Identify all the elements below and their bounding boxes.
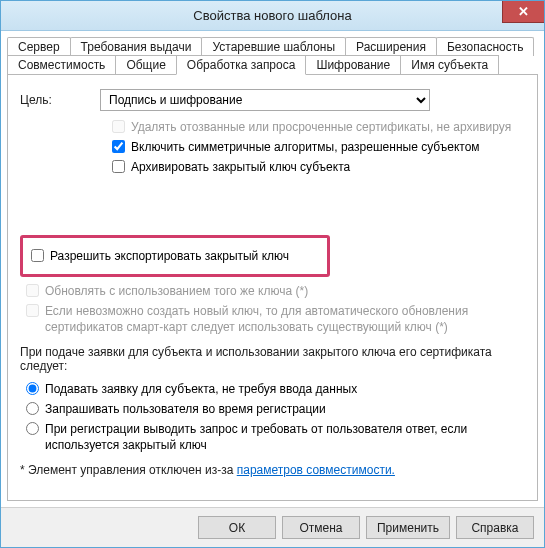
check-include-sym-label: Включить симметричные алгоритмы, разреше… (131, 139, 480, 155)
radio-prompt-row: Запрашивать пользователя во время регист… (26, 401, 525, 417)
check-archive-key-row: Архивировать закрытый ключ субъекта (112, 159, 525, 175)
check-archive-key-label: Архивировать закрытый ключ субъекта (131, 159, 350, 175)
apply-button[interactable]: Применить (366, 516, 450, 539)
tab-cryptography[interactable]: Шифрование (305, 55, 401, 75)
check-include-sym[interactable] (112, 140, 125, 153)
tab-server[interactable]: Сервер (7, 37, 71, 56)
tab-page-request-handling: Цель: Подпись и шифрование Удалять отозв… (7, 74, 538, 501)
check-archive-key[interactable] (112, 160, 125, 173)
tab-extensions[interactable]: Расширения (345, 37, 437, 56)
tab-request-handling[interactable]: Обработка запроса (176, 55, 307, 75)
radio-silent-label: Подавать заявку для субъекта, не требуя … (45, 381, 357, 397)
dialog-window: Свойства нового шаблона ✕ Сервер Требова… (0, 0, 545, 548)
compatibility-link[interactable]: параметров совместимости. (237, 463, 395, 477)
tab-general[interactable]: Общие (115, 55, 176, 75)
check-renew-same (26, 284, 39, 297)
cancel-button[interactable]: Отмена (282, 516, 360, 539)
tab-subject-name[interactable]: Имя субъекта (400, 55, 499, 75)
footnote: * Элемент управления отключен из-за пара… (20, 463, 525, 477)
tab-superseded-templates[interactable]: Устаревшие шаблоны (201, 37, 346, 56)
check-allow-export-row: Разрешить экспортировать закрытый ключ (31, 248, 319, 264)
check-use-existing (26, 304, 39, 317)
purpose-label: Цель: (20, 93, 100, 107)
radio-silent-row: Подавать заявку для субъекта, не требуя … (26, 381, 525, 397)
check-renew-same-row: Обновлять с использованием того же ключа… (26, 283, 525, 299)
check-renew-same-label: Обновлять с использованием того же ключа… (45, 283, 308, 299)
window-title: Свойства нового шаблона (193, 8, 351, 23)
tab-compatibility[interactable]: Совместимость (7, 55, 116, 75)
tab-security[interactable]: Безопасность (436, 37, 535, 56)
check-delete-revoked-row: Удалять отозванные или просроченные серт… (112, 119, 525, 135)
radio-prompt-key-row: При регистрации выводить запрос и требов… (26, 421, 525, 453)
footnote-prefix: * Элемент управления отключен из-за (20, 463, 237, 477)
ok-button[interactable]: ОК (198, 516, 276, 539)
highlighted-option: Разрешить экспортировать закрытый ключ (20, 235, 330, 277)
radio-prompt[interactable] (26, 402, 39, 415)
radio-prompt-label: Запрашивать пользователя во время регист… (45, 401, 326, 417)
check-allow-export-label: Разрешить экспортировать закрытый ключ (50, 248, 289, 264)
button-bar: ОК Отмена Применить Справка (1, 507, 544, 547)
check-delete-revoked (112, 120, 125, 133)
check-use-existing-row: Если невозможно создать новый ключ, то д… (26, 303, 525, 335)
tab-issuance-requirements[interactable]: Требования выдачи (70, 37, 203, 56)
check-delete-revoked-label: Удалять отозванные или просроченные серт… (131, 119, 511, 135)
purpose-select[interactable]: Подпись и шифрование (100, 89, 430, 111)
titlebar: Свойства нового шаблона ✕ (1, 1, 544, 31)
behavior-heading: При подаче заявки для субъекта и использ… (20, 345, 525, 373)
check-allow-export[interactable] (31, 249, 44, 262)
radio-prompt-key-label: При регистрации выводить запрос и требов… (45, 421, 505, 453)
close-button[interactable]: ✕ (502, 1, 544, 23)
tabs: Сервер Требования выдачи Устаревшие шабл… (1, 31, 544, 75)
check-use-existing-label: Если невозможно создать новый ключ, то д… (45, 303, 505, 335)
help-button[interactable]: Справка (456, 516, 534, 539)
check-include-sym-row: Включить симметричные алгоритмы, разреше… (112, 139, 525, 155)
radio-silent[interactable] (26, 382, 39, 395)
radio-prompt-key[interactable] (26, 422, 39, 435)
